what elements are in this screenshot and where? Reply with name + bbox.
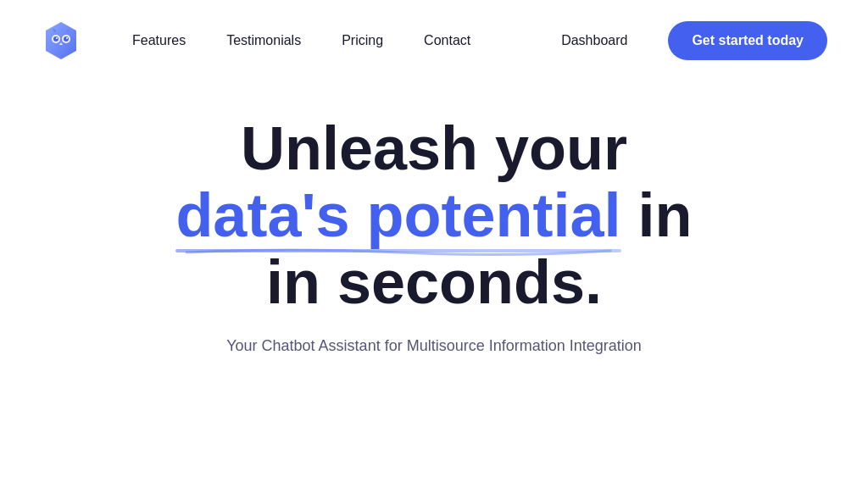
svg-marker-0 xyxy=(46,22,76,59)
nav-links: Features Testimonials Pricing Contact xyxy=(132,33,561,48)
hero-title-line3: in seconds. xyxy=(175,249,692,316)
logo[interactable] xyxy=(41,20,81,61)
svg-point-6 xyxy=(66,37,68,39)
logo-icon xyxy=(41,20,81,61)
nav-link-features[interactable]: Features xyxy=(132,33,186,48)
svg-point-3 xyxy=(53,36,58,42)
hero-title-highlight: data's potential xyxy=(175,182,620,249)
hero-section: Unleash your data's potential in in seco… xyxy=(0,81,868,355)
nav-link-contact[interactable]: Contact xyxy=(424,33,470,48)
nav-right: Dashboard Get started today xyxy=(561,21,827,60)
get-started-button[interactable]: Get started today xyxy=(668,21,827,60)
svg-point-4 xyxy=(64,36,69,42)
nav-link-testimonials[interactable]: Testimonials xyxy=(226,33,301,48)
hero-title-in: in xyxy=(638,181,693,249)
navigation: Features Testimonials Pricing Contact Da… xyxy=(0,0,868,81)
nav-link-pricing[interactable]: Pricing xyxy=(342,33,383,48)
hero-subtitle: Your Chatbot Assistant for Multisource I… xyxy=(226,337,642,355)
hero-title-line2: data's potential in xyxy=(175,182,692,249)
hero-title: Unleash your data's potential in in seco… xyxy=(175,115,692,317)
svg-point-5 xyxy=(56,37,58,39)
hero-title-line1: Unleash your xyxy=(175,115,692,182)
dashboard-link[interactable]: Dashboard xyxy=(561,33,627,48)
